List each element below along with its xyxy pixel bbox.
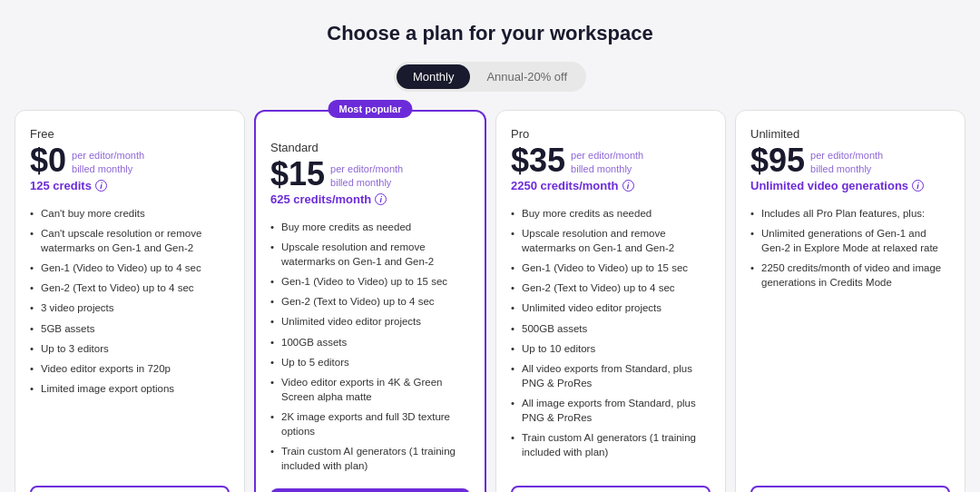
price-meta: per editor/monthbilled monthly	[571, 149, 643, 177]
feature-item: Train custom AI generators (1 training i…	[270, 441, 470, 476]
feature-item: Up to 5 editors	[270, 352, 470, 372]
plan-name: Pro	[511, 127, 710, 141]
plan-card-free: Free $0 per editor/monthbilled monthly 1…	[15, 110, 245, 492]
feature-item: Upscale resolution and remove watermarks…	[511, 223, 710, 258]
price-row: $15 per editor/monthbilled monthly	[270, 158, 470, 191]
most-popular-badge: Most popular	[328, 100, 412, 118]
feature-item: Gen-2 (Text to Video) up to 4 sec	[30, 278, 230, 298]
info-icon: i	[912, 180, 924, 192]
billing-toggle[interactable]: Monthly Annual-20% off	[394, 62, 586, 92]
info-icon: i	[375, 193, 387, 205]
feature-item: Gen-2 (Text to Video) up to 4 sec	[511, 278, 710, 298]
feature-item: Video editor exports in 720p	[30, 359, 230, 379]
price-row: $95 per editor/monthbilled monthly	[750, 144, 950, 177]
price-amount: $0	[30, 144, 66, 177]
feature-item: Upscale resolution and remove watermarks…	[270, 237, 470, 271]
feature-item: Can't buy more credits	[30, 203, 230, 223]
cta-button-pro[interactable]: Select Pro Plan	[511, 486, 710, 492]
price-amount: $35	[511, 144, 565, 177]
feature-item: Train custom AI generators (1 training i…	[511, 428, 710, 462]
features-list: Buy more credits as neededUpscale resolu…	[511, 203, 710, 473]
features-list: Includes all Pro Plan features, plus:Unl…	[750, 203, 950, 473]
price-meta: per editor/monthbilled monthly	[810, 149, 883, 177]
feature-item: Up to 10 editors	[511, 339, 710, 359]
feature-item: 100GB assets	[270, 332, 470, 352]
feature-item: Limited image export options	[30, 379, 230, 399]
plan-card-standard: Most popular Standard $15 per editor/mon…	[254, 110, 486, 492]
credits-label: 625 credits/month i	[270, 192, 470, 206]
info-icon: i	[95, 180, 107, 192]
feature-item: Gen-1 (Video to Video) up to 15 sec	[270, 271, 470, 291]
feature-item: 5GB assets	[30, 319, 230, 339]
price-row: $0 per editor/monthbilled monthly	[30, 144, 230, 177]
plan-name: Free	[30, 127, 230, 141]
price-row: $35 per editor/monthbilled monthly	[511, 144, 710, 177]
feature-item: Gen-2 (Text to Video) up to 4 sec	[270, 291, 470, 311]
plan-name: Standard	[270, 141, 470, 154]
feature-item: All video exports from Standard, plus PN…	[511, 359, 710, 393]
cta-button-unlimited[interactable]: Select Unlimited Plan	[750, 486, 950, 492]
feature-item: Unlimited generations of Gen-1 and Gen-2…	[750, 223, 950, 258]
billing-annual[interactable]: Annual-20% off	[470, 64, 583, 89]
info-icon: i	[622, 180, 634, 192]
price-amount: $15	[270, 158, 325, 191]
feature-item: Video editor exports in 4K & Green Scree…	[270, 372, 470, 407]
feature-item: Unlimited video editor projects	[511, 298, 710, 318]
features-list: Can't buy more creditsCan't upscale reso…	[30, 203, 230, 473]
feature-item: Buy more credits as needed	[511, 203, 710, 223]
credits-label: 125 credits i	[30, 179, 230, 192]
page-title: Choose a plan for your workspace	[327, 22, 652, 45]
feature-item: 500GB assets	[511, 319, 710, 339]
feature-item: Includes all Pro Plan features, plus:	[750, 203, 950, 223]
feature-item: 2250 credits/month of video and image ge…	[750, 258, 950, 292]
cta-button-free[interactable]: Try For Free	[30, 486, 230, 492]
feature-item: Gen-1 (Video to Video) up to 4 sec	[30, 258, 230, 278]
price-meta: per editor/monthbilled monthly	[72, 149, 144, 177]
plan-card-unlimited: Unlimited $95 per editor/monthbilled mon…	[735, 110, 965, 492]
feature-item: Can't upscale resolution or remove water…	[30, 223, 230, 258]
price-meta: per editor/monthbilled monthly	[330, 162, 403, 191]
feature-item: 3 video projects	[30, 298, 230, 318]
billing-monthly[interactable]: Monthly	[397, 64, 471, 89]
price-amount: $95	[750, 144, 805, 177]
feature-item: Buy more credits as needed	[270, 217, 470, 237]
feature-item: All image exports from Standard, plus PN…	[511, 393, 710, 428]
feature-item: Gen-1 (Video to Video) up to 15 sec	[511, 258, 710, 278]
feature-item: Up to 3 editors	[30, 339, 230, 359]
plans-container: Free $0 per editor/monthbilled monthly 1…	[15, 110, 965, 492]
features-list: Buy more credits as neededUpscale resolu…	[270, 217, 470, 476]
plan-name: Unlimited	[750, 127, 950, 141]
plan-card-pro: Pro $35 per editor/monthbilled monthly 2…	[495, 110, 726, 492]
credits-label: Unlimited video generations i	[750, 179, 950, 192]
cta-button-standard[interactable]: Select Standard Plan	[270, 488, 470, 492]
credits-label: 2250 credits/month i	[511, 179, 710, 192]
feature-item: 2K image exports and full 3D texture opt…	[270, 407, 470, 441]
feature-item: Unlimited video editor projects	[270, 311, 470, 331]
